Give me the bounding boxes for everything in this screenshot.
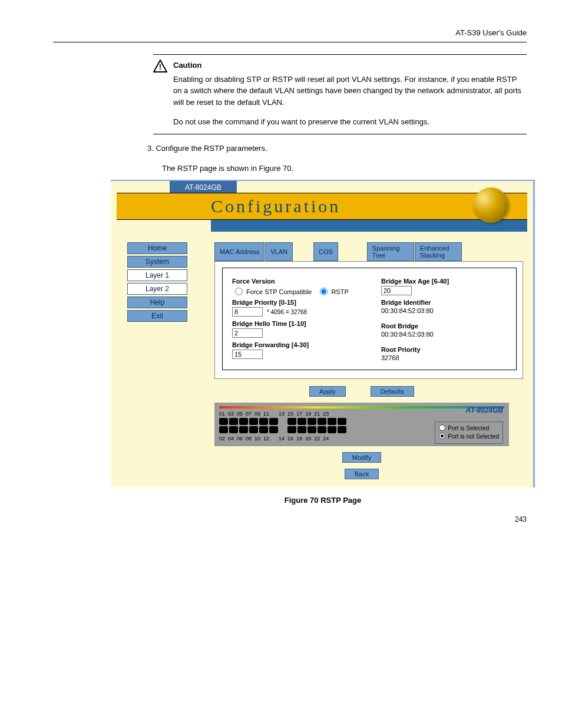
port[interactable] bbox=[297, 426, 306, 433]
radio-rstp-label: RSTP bbox=[331, 288, 348, 295]
bridge-priority-label: Bridge Priority [0-15] bbox=[232, 299, 358, 306]
port[interactable] bbox=[318, 426, 326, 433]
switch-model-label: AT-8024GB bbox=[466, 406, 503, 414]
content-tabs: MAC Address VLAN COS Spanning Tree Enhan… bbox=[214, 242, 527, 261]
force-version-label: Force Version bbox=[232, 278, 358, 285]
port[interactable] bbox=[338, 426, 346, 433]
tab-enhanced-stacking[interactable]: Enhanced Stacking bbox=[415, 242, 462, 261]
caution-heading: Caution bbox=[173, 60, 527, 71]
nav-exit[interactable]: Exit bbox=[127, 310, 187, 322]
step-3: 3. Configure the RSTP parameters. bbox=[147, 143, 527, 155]
banner: Configuration bbox=[117, 193, 527, 220]
port[interactable] bbox=[229, 426, 238, 433]
radio-rstp[interactable] bbox=[320, 288, 328, 295]
caution-divider-bottom bbox=[153, 134, 527, 134]
bridge-fwd-input[interactable] bbox=[232, 350, 263, 359]
nav-help[interactable]: Help bbox=[127, 297, 187, 308]
switch-graphic: AT-8024GB 010305070911 131517192123 bbox=[214, 403, 509, 446]
port[interactable] bbox=[328, 418, 336, 425]
port[interactable] bbox=[229, 418, 238, 425]
radio-force-stp[interactable] bbox=[235, 288, 243, 295]
bridge-hello-input[interactable] bbox=[232, 328, 263, 338]
root-priority-value: 32768 bbox=[381, 354, 507, 361]
nav-layer1[interactable]: Layer 1 bbox=[127, 269, 187, 281]
port[interactable] bbox=[239, 418, 248, 425]
caution-divider-top bbox=[153, 54, 527, 55]
tab-mac[interactable]: MAC Address bbox=[214, 242, 265, 261]
bridge-maxage-label: Bridge Max Age [6-40] bbox=[381, 278, 507, 285]
port-legend: Port is Selected Port is not Selected bbox=[435, 421, 503, 444]
settings-panel: Force Version Force STP Compatible RSTP … bbox=[214, 261, 523, 379]
port-labels-top: 010305070911 131517192123 bbox=[219, 411, 361, 417]
port[interactable] bbox=[338, 418, 346, 425]
caution-paragraph-2: Do not use the command if you want to pr… bbox=[173, 116, 527, 128]
bridge-id-value: 00:30:84:52:03:80 bbox=[381, 307, 507, 314]
apply-button[interactable]: Apply bbox=[309, 386, 346, 397]
port[interactable] bbox=[249, 418, 258, 425]
page-title: Configuration bbox=[211, 196, 340, 216]
step-3-ref: The RSTP page is shown in Figure 70. bbox=[162, 163, 527, 175]
bridge-maxage-input[interactable] bbox=[381, 286, 412, 295]
modify-button[interactable]: Modify bbox=[342, 452, 381, 463]
figure-caption: Figure 70 RSTP Page bbox=[285, 496, 362, 505]
tab-vlan[interactable]: VLAN bbox=[265, 242, 293, 261]
port[interactable] bbox=[308, 418, 316, 425]
port[interactable] bbox=[259, 418, 268, 425]
port[interactable] bbox=[287, 426, 296, 433]
port[interactable] bbox=[318, 418, 326, 425]
screenshot-frame: AT-8024GB Configuration Home System Laye… bbox=[111, 180, 535, 487]
bridge-priority-input[interactable] bbox=[232, 307, 263, 317]
port[interactable] bbox=[269, 426, 278, 433]
nav-system[interactable]: System bbox=[127, 256, 187, 268]
caution-paragraph-1: Enabling or disabling STP or RSTP will r… bbox=[173, 74, 527, 108]
sub-banner bbox=[211, 220, 527, 232]
port[interactable] bbox=[297, 418, 306, 425]
guide-title: AT-S39 User's Guide bbox=[53, 28, 527, 37]
root-bridge-value: 00:30:84:52:03:80 bbox=[381, 331, 507, 338]
tab-cos[interactable]: COS bbox=[313, 242, 338, 261]
svg-text:!: ! bbox=[159, 62, 161, 71]
defaults-button[interactable]: Defaults bbox=[371, 386, 414, 397]
port[interactable] bbox=[239, 426, 248, 433]
root-bridge-label: Root Bridge bbox=[381, 322, 507, 330]
port[interactable] bbox=[219, 426, 228, 433]
tab-spanning-tree[interactable]: Spanning Tree bbox=[367, 242, 414, 261]
bridge-priority-calc: * 4096 = 32768 bbox=[267, 309, 307, 315]
radio-force-stp-label: Force STP Compatible bbox=[246, 288, 312, 295]
logo-sphere bbox=[473, 187, 508, 223]
port[interactable] bbox=[269, 418, 278, 425]
nav-layer2[interactable]: Layer 2 bbox=[127, 283, 187, 295]
model-tab[interactable]: AT-8024GB bbox=[170, 181, 237, 194]
page-number: 243 bbox=[53, 515, 527, 523]
nav-home[interactable]: Home bbox=[127, 242, 187, 254]
port[interactable] bbox=[219, 418, 228, 425]
sidebar: Home System Layer 1 Layer 2 Help Exit bbox=[127, 242, 198, 479]
divider bbox=[53, 42, 527, 42]
bridge-id-label: Bridge Identifier bbox=[381, 299, 507, 306]
port[interactable] bbox=[287, 418, 296, 425]
port[interactable] bbox=[308, 426, 316, 433]
port[interactable] bbox=[249, 426, 258, 433]
bridge-hello-label: Bridge Hello Time [1-10] bbox=[232, 320, 358, 327]
port-labels-bottom: 020406081012 141618202224 bbox=[219, 436, 361, 442]
port[interactable] bbox=[259, 426, 268, 433]
port[interactable] bbox=[328, 426, 336, 433]
back-button[interactable]: Back bbox=[345, 469, 379, 479]
bridge-fwd-label: Bridge Forwarding [4-30] bbox=[232, 341, 358, 348]
caution-icon: ! bbox=[153, 60, 167, 75]
root-priority-label: Root Priority bbox=[381, 346, 507, 353]
